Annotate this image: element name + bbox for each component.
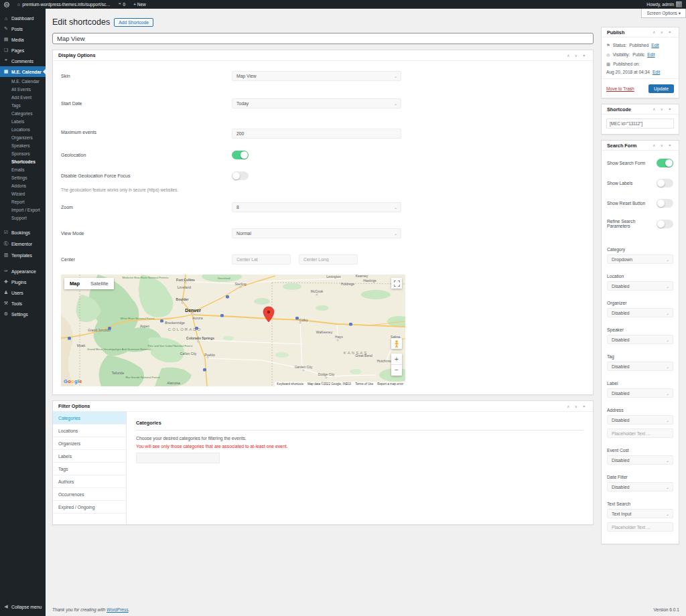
submenu-tags[interactable]: Tags	[0, 101, 46, 109]
sidebar-item-bookings[interactable]: ☑Bookings	[0, 227, 46, 238]
sidebar-item-templates[interactable]: ▥Templates	[0, 250, 46, 260]
submenu-categories[interactable]: Categories	[0, 109, 46, 117]
street-view-pegman-button[interactable]	[391, 338, 402, 349]
keyboard-shortcuts-link[interactable]: Keyboard shortcuts	[277, 382, 303, 386]
tab-labels[interactable]: Labels	[53, 450, 126, 463]
collapse-menu-button[interactable]: ◀Collapse menu	[0, 601, 46, 612]
submenu-add-event[interactable]: Add Event	[0, 93, 46, 101]
submenu-import-export[interactable]: Import / Export	[0, 206, 46, 214]
tab-locations[interactable]: Locations	[53, 425, 126, 437]
sidebar-item-pages[interactable]: ❏Pages	[0, 45, 46, 56]
submenu-support[interactable]: Support	[0, 214, 46, 222]
tab-expired-ongoing[interactable]: Expired / Ongoing	[53, 501, 126, 514]
tag-select[interactable]: Disabled⌄	[607, 362, 673, 371]
submenu-all-events[interactable]: All Events	[0, 85, 46, 93]
tab-organizers[interactable]: Organizers	[53, 437, 126, 450]
max-events-input[interactable]	[232, 129, 401, 139]
show-labels-toggle[interactable]	[657, 179, 673, 187]
event-cost-select[interactable]: Disabled⌄	[607, 455, 673, 465]
location-select[interactable]: Disabled⌄	[607, 281, 673, 291]
wp-logo-menu[interactable]: W	[0, 0, 13, 9]
my-account-menu[interactable]: Howdy, admin	[642, 0, 686, 9]
center-lat-input[interactable]	[232, 254, 291, 264]
category-select[interactable]: Dropdown⌄	[607, 254, 673, 264]
submenu-speakers[interactable]: Speakers	[0, 141, 46, 149]
panel-toggle-icons[interactable]: ∧ ∨ ✦	[567, 404, 588, 408]
submenu-locations[interactable]: Locations	[0, 125, 46, 133]
sidebar-item-plugins[interactable]: ✚Plugins	[0, 277, 46, 287]
text-search-placeholder-input[interactable]	[607, 522, 673, 532]
new-content-menu[interactable]: + New	[129, 0, 150, 9]
zoom-select[interactable]: 8⌄	[232, 202, 401, 212]
submenu-shortcodes[interactable]: Shortcodes	[0, 157, 46, 165]
wordpress-link[interactable]: WordPress	[107, 607, 129, 612]
speaker-select[interactable]: Disabled⌄	[607, 335, 673, 344]
add-shortcode-button[interactable]: Add Shortcode	[114, 18, 153, 27]
google-map[interactable]: Medicine Bow-Routt National Forests Fort…	[61, 275, 405, 386]
submenu-organizers[interactable]: Organizers	[0, 133, 46, 141]
tab-occurrences[interactable]: Occurrences	[53, 488, 126, 501]
map-type-map-button[interactable]: Map	[64, 278, 85, 289]
sidebar-item-me-calendar[interactable]: ▦M.E. Calendar	[0, 66, 46, 77]
shortcode-value[interactable]: [MEC id="13112"]	[606, 119, 674, 129]
tab-categories[interactable]: Categories	[53, 412, 126, 425]
submenu-wizard[interactable]: Wizard	[0, 189, 46, 198]
sidebar-item-users[interactable]: ♟Users	[0, 287, 46, 298]
date-filter-select[interactable]: Disabled⌄	[607, 482, 673, 491]
submenu-report[interactable]: Report	[0, 198, 46, 206]
update-button[interactable]: Update	[648, 84, 674, 93]
organizer-select[interactable]: Disabled⌄	[607, 308, 673, 317]
geolocation-toggle[interactable]	[232, 151, 249, 159]
edit-published-link[interactable]: Edit	[653, 70, 660, 74]
show-search-form-toggle[interactable]	[657, 159, 673, 167]
tab-authors[interactable]: Authors	[53, 475, 126, 488]
fullscreen-button[interactable]	[391, 278, 402, 289]
center-long-input[interactable]	[299, 254, 358, 264]
sidebar-item-tools[interactable]: ⚒Tools	[0, 298, 46, 309]
start-date-select[interactable]: Today⌄	[232, 98, 401, 108]
sidebar-item-settings[interactable]: ⚙Settings	[0, 309, 46, 319]
panel-toggle-icons[interactable]: ∧ ∨ ✦	[653, 107, 673, 111]
main-column: Edit shortcodes Add Shortcode Display Op…	[52, 9, 594, 525]
pages-icon: ❏	[3, 48, 9, 53]
categories-filter-input[interactable]	[136, 453, 220, 463]
zoom-out-button[interactable]: −	[391, 365, 402, 376]
terms-of-use-link[interactable]: Terms of Use	[355, 382, 373, 386]
submenu-settings[interactable]: Settings	[0, 173, 46, 181]
text-search-select[interactable]: Text Input⌄	[607, 509, 673, 518]
panel-toggle-icons[interactable]: ∧ ∨ ✦	[653, 30, 673, 34]
submenu-labels[interactable]: Labels	[0, 117, 46, 125]
refine-search-parameters-toggle[interactable]	[657, 220, 673, 228]
force-focus-toggle[interactable]	[232, 171, 249, 180]
report-map-error-link[interactable]: Report a map error	[377, 382, 403, 386]
view-mode-select[interactable]: Normal⌄	[232, 228, 401, 238]
shortcode-name-input[interactable]	[52, 33, 594, 44]
skin-select[interactable]: Map View⌄	[232, 71, 401, 81]
sidebar-item-appearance[interactable]: ✑Appearance	[0, 266, 46, 277]
edit-visibility-link[interactable]: Edit	[647, 52, 655, 57]
address-select[interactable]: Disabled⌄	[607, 415, 673, 425]
submenu-addons[interactable]: Addons	[0, 181, 46, 189]
panel-toggle-icons[interactable]: ∧ ∨ ✦	[653, 143, 673, 147]
edit-status-link[interactable]: Edit	[651, 43, 659, 48]
panel-toggle-icons[interactable]: ∧ ∨ ✦	[567, 54, 588, 58]
sidebar-item-comments[interactable]: ❝Comments	[0, 56, 46, 66]
sidebar-item-elementor[interactable]: ⒺElementor	[0, 238, 46, 250]
page-title: Edit shortcodes	[52, 17, 110, 27]
map-type-satellite-button[interactable]: Satellite	[85, 278, 114, 289]
zoom-in-button[interactable]: +	[391, 354, 402, 365]
submenu-emails[interactable]: Emails	[0, 165, 46, 173]
tab-tags[interactable]: Tags	[53, 463, 126, 475]
sidebar-item-dashboard[interactable]: ⌂Dashboard	[0, 13, 46, 23]
site-name-menu[interactable]: ⌂ premium-wordpress-themes.info/support/…	[13, 0, 115, 9]
move-to-trash-link[interactable]: Move to Trash	[606, 86, 634, 91]
address-placeholder-input[interactable]	[607, 429, 673, 438]
sidebar-item-posts[interactable]: ✎Posts	[0, 23, 46, 34]
sidebar-item-media[interactable]: ▤Media	[0, 34, 46, 45]
show-reset-button-toggle[interactable]	[657, 199, 673, 208]
label-select[interactable]: Disabled⌄	[607, 388, 673, 398]
comments-menu[interactable]: ❝ 0	[115, 0, 129, 9]
submenu-me-calendar[interactable]: M.E. Calendar	[0, 77, 46, 85]
submenu-sponsors[interactable]: Sponsors	[0, 149, 46, 157]
google-logo[interactable]: Google	[64, 378, 82, 384]
